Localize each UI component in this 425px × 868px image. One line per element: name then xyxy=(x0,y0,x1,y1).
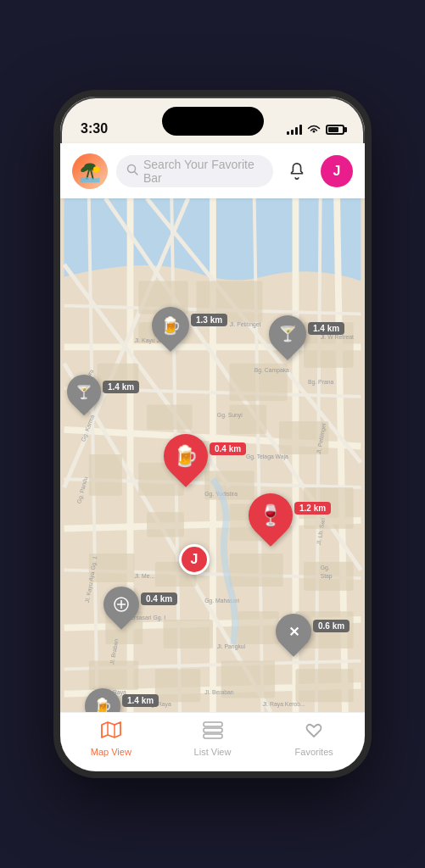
svg-point-4 xyxy=(93,166,100,173)
signal-icon xyxy=(287,125,302,135)
bar-pin-cocktail-top-right[interactable]: 🍸 1.4 km xyxy=(269,315,306,357)
map-pins-layer: 🍺 1.3 km 🍸 1.4 km xyxy=(60,198,365,712)
favorites-icon xyxy=(304,721,324,744)
nav-label-list-view: List View xyxy=(194,747,232,757)
wifi-icon xyxy=(307,123,321,136)
status-icons xyxy=(287,123,344,136)
map-background: Jl. Astinapura Jl. Petitinget Jl. Kayu J… xyxy=(60,198,365,712)
nav-item-list-view[interactable]: List View xyxy=(162,721,264,757)
bottom-navigation: Map View List View Favorites xyxy=(60,712,365,771)
bar-pin-beer-center-featured[interactable]: 🍺 0.4 km xyxy=(164,434,208,483)
list-view-icon xyxy=(203,721,223,744)
nav-item-favorites[interactable]: Favorites xyxy=(263,721,365,757)
bar-pin-wine-center-right[interactable]: 🍷 1.2 km xyxy=(249,493,293,542)
user-avatar[interactable]: J xyxy=(321,155,353,187)
status-time: 3:30 xyxy=(81,121,108,136)
search-placeholder-text: Search Your Favorite Bar xyxy=(143,158,263,185)
map-view-icon xyxy=(100,721,122,744)
bar-pin-beer-top-left[interactable]: 🍺 1.3 km xyxy=(152,307,189,348)
dynamic-island xyxy=(162,107,264,136)
svg-rect-88 xyxy=(204,722,222,726)
app-header: Search Your Favorite Bar J xyxy=(60,143,365,198)
bar-pin-cocktail-lower-left[interactable]: 0.4 km xyxy=(103,587,139,626)
search-icon xyxy=(126,164,138,178)
nav-label-map-view: Map View xyxy=(91,747,131,757)
phone-frame: 3:30 xyxy=(53,90,372,778)
svg-point-0 xyxy=(74,155,106,187)
notification-bell-button[interactable] xyxy=(282,156,312,186)
svg-rect-90 xyxy=(204,734,222,738)
battery-icon xyxy=(326,125,344,135)
bar-pin-martini-left[interactable]: 🍸 1.4 km xyxy=(67,375,101,413)
bar-pin-beer-bottom-left[interactable]: 🍺 1.4 km xyxy=(85,688,120,712)
bar-pin-x-lower-right[interactable]: ✕ 0.6 km xyxy=(276,614,311,654)
user-location-pin: J xyxy=(179,544,210,575)
app-logo xyxy=(72,153,108,189)
svg-rect-89 xyxy=(204,728,222,732)
map-container[interactable]: Jl. Astinapura Jl. Petitinget Jl. Kayu J… xyxy=(60,198,365,712)
search-bar[interactable]: Search Your Favorite Bar xyxy=(116,155,273,187)
nav-item-map-view[interactable]: Map View xyxy=(60,721,162,757)
svg-line-6 xyxy=(135,172,138,175)
nav-label-favorites: Favorites xyxy=(295,747,333,757)
